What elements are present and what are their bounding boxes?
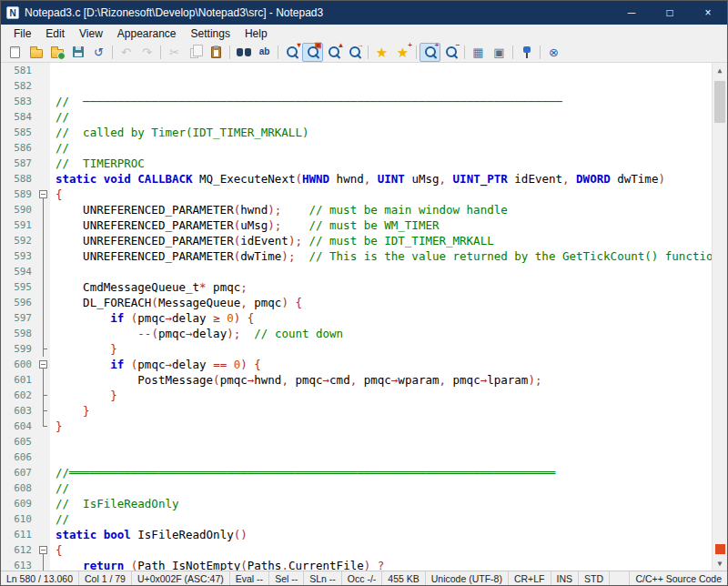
fold-margin[interactable] [37, 403, 50, 419]
code-text[interactable] [50, 434, 712, 450]
code-text[interactable] [50, 450, 712, 465]
line-number[interactable]: 583 [1, 94, 37, 109]
code-text[interactable]: // [50, 480, 712, 496]
find-prev-button[interactable]: ▴ [323, 43, 344, 62]
fold-margin[interactable] [37, 527, 50, 542]
find-button[interactable] [233, 43, 254, 62]
code-line[interactable]: 592 UNREFERENCED_PARAMETER(idEvent); // … [1, 233, 712, 248]
status-unicode-point[interactable]: U+0x002F (ASC:47) [132, 571, 230, 585]
menu-item-file[interactable]: File [6, 25, 38, 42]
code-text[interactable]: PostMessage(pmqc→hwnd, pmqc→cmd, pmqc→wp… [50, 372, 712, 388]
code-text[interactable]: // IsFileReadOnly [50, 496, 712, 511]
replace-button[interactable]: ab [254, 43, 275, 62]
code-text[interactable]: UNREFERENCED_PARAMETER(uMsg); // must be… [50, 217, 712, 233]
code-text[interactable] [50, 78, 712, 94]
code-text[interactable]: // called by Timer(IDT_TIMER_MRKALL) [50, 125, 712, 140]
status-syntax-scheme[interactable]: C/C++ Source Code [629, 571, 727, 585]
add-favorite-button[interactable]: ★+ [392, 43, 413, 62]
code-text[interactable]: UNREFERENCED_PARAMETER(idEvent); // must… [50, 233, 712, 248]
code-line[interactable]: 594 [1, 264, 712, 279]
line-number[interactable]: 605 [1, 434, 37, 450]
code-line[interactable]: 602 } [1, 388, 712, 403]
open-file-button[interactable] [25, 43, 46, 62]
fold-margin[interactable] [37, 233, 50, 248]
line-number[interactable]: 582 [1, 78, 37, 94]
screen-layout-button[interactable]: ▣ [489, 43, 510, 62]
line-number[interactable]: 585 [1, 125, 37, 140]
line-number[interactable]: 593 [1, 248, 37, 264]
menu-item-appearance[interactable]: Appearance [110, 25, 184, 42]
fold-margin[interactable] [37, 496, 50, 511]
save-file-button[interactable] [67, 43, 88, 62]
line-number[interactable]: 603 [1, 403, 37, 419]
code-text[interactable]: { [50, 187, 712, 202]
fold-margin[interactable] [37, 63, 50, 78]
code-line[interactable]: 600 if (pmqc→delay == 0) { [1, 357, 712, 372]
code-line[interactable]: 585// called by Timer(IDT_TIMER_MRKALL) [1, 125, 712, 140]
code-line[interactable]: 597 if (pmqc→delay ≥ 0) { [1, 310, 712, 326]
fold-margin[interactable] [37, 326, 50, 341]
code-line[interactable]: 603 } [1, 403, 712, 419]
scroll-up-button[interactable]: ▲ [713, 63, 727, 77]
fold-margin[interactable] [37, 434, 50, 450]
scroll-thumb[interactable] [714, 81, 725, 123]
code-text[interactable]: DL_FOREACH(MessageQueue, pmqc) { [50, 295, 712, 310]
code-line[interactable]: 611static bool IsFileReadOnly() [1, 527, 712, 542]
code-text[interactable]: return (Path_IsNotEmpty(Paths.CurrentFil… [50, 558, 712, 571]
fold-margin[interactable] [37, 465, 50, 480]
open-recent-button[interactable] [46, 43, 67, 62]
code-text[interactable]: // [50, 511, 712, 527]
minimize-button[interactable]: ─ [612, 1, 651, 25]
code-line[interactable]: 590 UNREFERENCED_PARAMETER(hwnd); // mus… [1, 202, 712, 217]
fold-collapse-icon[interactable] [39, 546, 47, 554]
fold-margin[interactable] [37, 388, 50, 403]
line-number[interactable]: 598 [1, 326, 37, 341]
fold-margin[interactable] [37, 341, 50, 357]
fold-margin[interactable] [37, 279, 50, 295]
fold-margin[interactable] [37, 372, 50, 388]
exit-button[interactable]: ⊗ [543, 43, 564, 62]
fold-margin[interactable] [37, 109, 50, 125]
vertical-scrollbar[interactable]: ▲ ▼ [712, 63, 727, 571]
status-std-mode[interactable]: STD [579, 571, 610, 585]
title-bar[interactable]: N Notepad3.c [D:\Rizonesoft\Develop\Note… [1, 1, 727, 25]
maximize-button[interactable]: □ [651, 1, 689, 25]
code-text[interactable]: // [50, 140, 712, 156]
code-text[interactable]: UNREFERENCED_PARAMETER(hwnd); // must be… [50, 202, 712, 217]
code-text[interactable]: // [50, 109, 712, 125]
line-number[interactable]: 602 [1, 388, 37, 403]
line-number[interactable]: 581 [1, 63, 37, 78]
line-number[interactable]: 590 [1, 202, 37, 217]
line-number[interactable]: 611 [1, 527, 37, 542]
code-text[interactable]: static void CALLBACK MQ_ExecuteNext(HWND… [50, 171, 712, 187]
fold-margin[interactable] [37, 217, 50, 233]
code-line[interactable]: 589{ [1, 187, 712, 202]
close-button[interactable]: × [689, 1, 727, 25]
status-occurrences[interactable]: Occ -/- [342, 571, 383, 585]
redo-button[interactable]: ↷ [136, 43, 157, 62]
line-number[interactable]: 606 [1, 450, 37, 465]
scroll-track[interactable] [713, 77, 727, 556]
paste-button[interactable] [206, 43, 227, 62]
find-next-button[interactable]: ▾ [281, 43, 302, 62]
line-number[interactable]: 592 [1, 233, 37, 248]
status-encoding[interactable]: Unicode (UTF-8) [426, 571, 509, 585]
code-line[interactable]: 587// TIMERPROC [1, 156, 712, 171]
fold-margin[interactable] [37, 542, 50, 558]
line-number[interactable]: 587 [1, 156, 37, 171]
menu-item-settings[interactable]: Settings [184, 25, 238, 42]
fold-margin[interactable] [37, 357, 50, 372]
fold-margin[interactable] [37, 419, 50, 434]
zoom-in-button[interactable]: + [420, 43, 440, 62]
code-line[interactable]: 606 [1, 450, 712, 465]
line-number[interactable]: 601 [1, 372, 37, 388]
fold-margin[interactable] [37, 450, 50, 465]
fold-margin[interactable] [37, 187, 50, 202]
toggle-whitespace-button[interactable]: ▦ [468, 43, 489, 62]
code-line[interactable]: 588static void CALLBACK MQ_ExecuteNext(H… [1, 171, 712, 187]
code-line[interactable]: 612{ [1, 542, 712, 558]
line-number[interactable]: 610 [1, 511, 37, 527]
code-line[interactable]: 586// [1, 140, 712, 156]
code-line[interactable]: 595 CmdMessageQueue_t* pmqc; [1, 279, 712, 295]
zoom-out-button[interactable]: − [440, 43, 461, 62]
